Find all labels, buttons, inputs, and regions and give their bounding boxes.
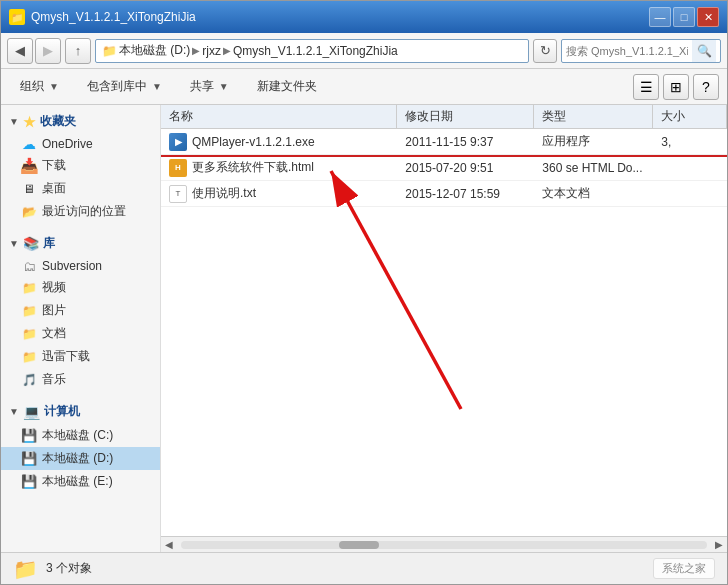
col-header-name[interactable]: 名称 bbox=[161, 105, 397, 128]
nav-arrow-group: ◀ ▶ bbox=[7, 38, 61, 64]
computer-expand-icon: ▼ bbox=[9, 406, 19, 417]
new-folder-label: 新建文件夹 bbox=[257, 78, 317, 95]
refresh-button[interactable]: ↻ bbox=[533, 39, 557, 63]
view-icons-button[interactable]: ⊞ bbox=[663, 74, 689, 100]
sidebar: ▼ ★ 收藏夹 ☁ OneDrive 📥 下载 🖥 桌面 📂 最近访问的位置 bbox=[1, 105, 161, 552]
path-separator-1: ▶ bbox=[192, 45, 200, 56]
computer-label: 计算机 bbox=[44, 403, 80, 420]
sidebar-item-desktop[interactable]: 🖥 桌面 bbox=[1, 177, 160, 200]
sidebar-libraries-header[interactable]: ▼ 📚 库 bbox=[1, 231, 160, 256]
sidebar-item-onedrive[interactable]: ☁ OneDrive bbox=[1, 134, 160, 154]
toolbar: 组织 ▼ 包含到库中 ▼ 共享 ▼ 新建文件夹 ☰ ⊞ ? bbox=[1, 69, 727, 105]
sidebar-item-drive-d-label: 本地磁盘 (D:) bbox=[42, 450, 113, 467]
share-button[interactable]: 共享 ▼ bbox=[179, 73, 240, 101]
desktop-icon: 🖥 bbox=[21, 182, 37, 196]
forward-button[interactable]: ▶ bbox=[35, 38, 61, 64]
view-details-button[interactable]: ☰ bbox=[633, 74, 659, 100]
h-scroll-thumb[interactable] bbox=[339, 541, 379, 549]
exe-icon: ▶ bbox=[169, 133, 187, 151]
col-header-date[interactable]: 修改日期 bbox=[397, 105, 534, 128]
h-scroll-track bbox=[181, 541, 707, 549]
sidebar-item-video[interactable]: 📁 视频 bbox=[1, 276, 160, 299]
file-row-txt[interactable]: T 使用说明.txt 2015-12-07 15:59 文本文档 bbox=[161, 181, 727, 207]
up-button[interactable]: ↑ bbox=[65, 38, 91, 64]
sidebar-favorites-header[interactable]: ▼ ★ 收藏夹 bbox=[1, 109, 160, 134]
sidebar-item-onedrive-label: OneDrive bbox=[42, 137, 93, 151]
maximize-button[interactable]: □ bbox=[673, 7, 695, 27]
exe-file-icon: ▶ bbox=[169, 133, 187, 151]
col-header-type[interactable]: 类型 bbox=[534, 105, 653, 128]
path-separator-2: ▶ bbox=[223, 45, 231, 56]
window-icon: 📁 bbox=[9, 9, 25, 25]
window: 📁 Qmysh_V1.1.2.1_XiTongZhiJia — □ ✕ ◀ ▶ … bbox=[0, 0, 728, 585]
search-button[interactable]: 🔍 bbox=[692, 39, 716, 63]
documents-icon: 📁 bbox=[21, 327, 37, 341]
main-content: ▼ ★ 收藏夹 ☁ OneDrive 📥 下载 🖥 桌面 📂 最近访问的位置 bbox=[1, 105, 727, 552]
status-bar: 📁 3 个对象 系统之家 bbox=[1, 552, 727, 584]
recent-icon: 📂 bbox=[21, 205, 37, 219]
organize-label: 组织 bbox=[20, 78, 44, 95]
video-icon: 📁 bbox=[21, 281, 37, 295]
toolbar-right: ☰ ⊞ ? bbox=[633, 74, 719, 100]
organize-dropdown-icon: ▼ bbox=[49, 81, 59, 92]
organize-button[interactable]: 组织 ▼ bbox=[9, 73, 70, 101]
sidebar-item-video-label: 视频 bbox=[42, 279, 66, 296]
file-list: ▶ QMPlayer-v1.1.2.1.exe 2011-11-15 9:37 … bbox=[161, 129, 727, 536]
include-lib-label: 包含到库中 bbox=[87, 78, 147, 95]
status-object-count: 3 个对象 bbox=[46, 560, 92, 577]
file-type-html: 360 se HTML Do... bbox=[534, 155, 653, 180]
new-folder-button[interactable]: 新建文件夹 bbox=[246, 73, 328, 101]
music-icon: 🎵 bbox=[21, 373, 37, 387]
sidebar-item-music[interactable]: 🎵 音乐 bbox=[1, 368, 160, 391]
file-name-txt: T 使用说明.txt bbox=[161, 181, 397, 206]
file-name-exe: ▶ QMPlayer-v1.1.2.1.exe bbox=[161, 129, 397, 154]
sidebar-item-documents[interactable]: 📁 文档 bbox=[1, 322, 160, 345]
file-area-wrapper: 名称 修改日期 类型 大小 bbox=[161, 105, 727, 552]
sidebar-item-documents-label: 文档 bbox=[42, 325, 66, 342]
path-part-3: Qmysh_V1.1.2.1_XiTongZhiJia bbox=[233, 44, 398, 58]
sidebar-item-subversion-label: Subversion bbox=[42, 259, 102, 273]
help-button[interactable]: ? bbox=[693, 74, 719, 100]
sidebar-item-drive-c[interactable]: 💾 本地磁盘 (C:) bbox=[1, 424, 160, 447]
sidebar-item-subversion[interactable]: 🗂 Subversion bbox=[1, 256, 160, 276]
txt-icon: T bbox=[169, 185, 187, 203]
sidebar-item-pictures[interactable]: 📁 图片 bbox=[1, 299, 160, 322]
col-date-label: 修改日期 bbox=[405, 108, 453, 125]
title-bar: 📁 Qmysh_V1.1.2.1_XiTongZhiJia — □ ✕ bbox=[1, 1, 727, 33]
file-row-exe[interactable]: ▶ QMPlayer-v1.1.2.1.exe 2011-11-15 9:37 … bbox=[161, 129, 727, 155]
file-name-html: H 更多系统软件下载.html bbox=[161, 155, 397, 180]
file-list-header: 名称 修改日期 类型 大小 bbox=[161, 105, 727, 129]
download-folder-icon: 📥 bbox=[21, 159, 37, 173]
xunlei-icon: 📁 bbox=[21, 350, 37, 364]
subversion-icon: 🗂 bbox=[21, 259, 37, 273]
sidebar-item-drive-e-label: 本地磁盘 (E:) bbox=[42, 473, 113, 490]
sidebar-item-desktop-label: 桌面 bbox=[42, 180, 66, 197]
file-row-html[interactable]: H 更多系统软件下载.html 2015-07-20 9:51 360 se H… bbox=[161, 155, 727, 181]
sidebar-item-recent[interactable]: 📂 最近访问的位置 bbox=[1, 200, 160, 223]
sidebar-item-drive-e[interactable]: 💾 本地磁盘 (E:) bbox=[1, 470, 160, 493]
path-part-1: 本地磁盘 (D:) bbox=[119, 42, 190, 59]
close-button[interactable]: ✕ bbox=[697, 7, 719, 27]
html-filename: 更多系统软件下载.html bbox=[192, 159, 314, 176]
back-button[interactable]: ◀ bbox=[7, 38, 33, 64]
status-right: 系统之家 bbox=[653, 558, 715, 579]
address-path[interactable]: 📁 本地磁盘 (D:) ▶ rjxz ▶ Qmysh_V1.1.2.1_XiTo… bbox=[95, 39, 529, 63]
sidebar-item-xunlei[interactable]: 📁 迅雷下载 bbox=[1, 345, 160, 368]
file-size-html bbox=[653, 155, 727, 180]
minimize-button[interactable]: — bbox=[649, 7, 671, 27]
h-scroll-left[interactable]: ◀ bbox=[161, 539, 177, 550]
col-header-size[interactable]: 大小 bbox=[653, 105, 727, 128]
h-scrollbar[interactable]: ◀ ▶ bbox=[161, 536, 727, 552]
sidebar-computer-header[interactable]: ▼ 💻 计算机 bbox=[1, 399, 160, 424]
sidebar-item-recent-label: 最近访问的位置 bbox=[42, 203, 126, 220]
col-name-label: 名称 bbox=[169, 108, 193, 125]
search-input[interactable] bbox=[562, 45, 692, 57]
sidebar-item-drive-d[interactable]: 💾 本地磁盘 (D:) bbox=[1, 447, 160, 470]
watermark-text: 系统之家 bbox=[653, 558, 715, 579]
file-size-txt bbox=[653, 181, 727, 206]
html-icon: H bbox=[169, 159, 187, 177]
include-lib-button[interactable]: 包含到库中 ▼ bbox=[76, 73, 173, 101]
h-scroll-right[interactable]: ▶ bbox=[711, 539, 727, 550]
sidebar-item-download[interactable]: 📥 下载 bbox=[1, 154, 160, 177]
sidebar-item-pictures-label: 图片 bbox=[42, 302, 66, 319]
